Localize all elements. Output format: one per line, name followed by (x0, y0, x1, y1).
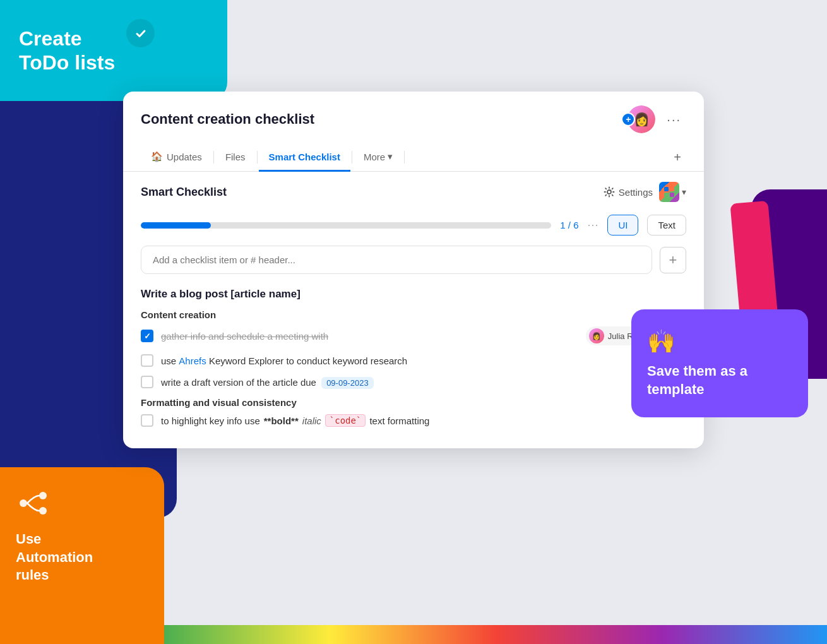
hands-emoji: 🙌 (647, 328, 675, 355)
tab-add-button[interactable]: + (669, 148, 686, 166)
checklist-content: Write a blog post [article name] Content… (123, 288, 704, 427)
avatar-wrapper: + 👩 (628, 105, 655, 133)
tag-avatar-julia: 👩 (589, 328, 604, 343)
purple-tooltip-card: 🙌 Save them as a template (631, 309, 808, 417)
add-checklist-button[interactable]: + (660, 247, 686, 273)
cyan-card: CreateToDo lists (0, 0, 227, 101)
date-badge[interactable]: 09-09-2023 (321, 377, 374, 389)
svg-point-3 (607, 190, 611, 194)
svg-point-0 (20, 499, 27, 507)
tab-divider-2 (257, 151, 258, 164)
colorful-board-icon (659, 182, 679, 202)
add-item-row: + (123, 246, 704, 285)
automation-label: UseAutomationrules (16, 530, 93, 585)
sub-header-right: Settings ▾ (604, 182, 686, 202)
tab-smart-checklist[interactable]: Smart Checklist (259, 144, 350, 172)
add-member-badge[interactable]: + (621, 112, 635, 126)
text-view-button[interactable]: Text (647, 215, 686, 236)
ui-view-button[interactable]: UI (607, 215, 638, 236)
checkbox-3[interactable] (141, 376, 153, 388)
svg-point-2 (39, 507, 47, 515)
subsection-1-header: Content creation (141, 309, 686, 320)
orange-card: UseAutomationrules (0, 467, 164, 644)
italic-example: italic (302, 415, 321, 426)
checklist-item-3: write a draft version of the article due… (141, 376, 686, 388)
tab-divider-3 (352, 151, 352, 164)
automation-icon (16, 486, 51, 521)
add-checklist-input[interactable] (141, 246, 652, 274)
progress-bar (141, 222, 551, 229)
item-1-text: gather info and schedule a meeting with (161, 331, 578, 342)
progress-more-button[interactable]: ··· (587, 218, 598, 232)
item-3-text: write a draft version of the article due… (161, 377, 686, 388)
svg-rect-7 (670, 193, 674, 197)
cyan-card-title: CreateToDo lists (19, 27, 115, 75)
checklist-item-1: gather info and schedule a meeting with … (141, 326, 686, 345)
progress-text: 1 / 6 (560, 220, 578, 230)
settings-button[interactable]: Settings (604, 186, 653, 198)
svg-rect-6 (664, 193, 669, 197)
chevron-down-icon: ▾ (388, 151, 393, 162)
header-right: + 👩 ··· (628, 105, 686, 133)
subsection-2-header: Formatting and visual consistency (141, 397, 686, 408)
tab-divider-1 (213, 151, 214, 164)
item-2-text: use Ahrefs Keyword Explorer to conduct k… (161, 355, 686, 366)
home-icon: 🏠 (151, 151, 163, 162)
svg-rect-4 (664, 187, 669, 191)
formatting-prefix: to highlight key info use (161, 415, 260, 426)
card-header: Content creation checklist + 👩 ··· (123, 92, 704, 143)
svg-point-1 (39, 492, 47, 499)
bold-example: **bold** (264, 415, 299, 426)
checkbox-1[interactable] (141, 330, 153, 342)
formatting-item-text: to highlight key info use **bold** itali… (161, 414, 686, 427)
progress-area: 1 / 6 ··· UI Text (123, 208, 704, 246)
sub-header: Smart Checklist Settings ▾ (123, 172, 704, 208)
checklist-item-2: use Ahrefs Keyword Explorer to conduct k… (141, 354, 686, 367)
checklist-item-formatting: to highlight key info use **bold** itali… (141, 414, 686, 427)
purple-card-text: Save them as a template (647, 362, 792, 398)
code-example: `code` (325, 414, 366, 427)
checkbox-formatting[interactable] (141, 414, 153, 427)
tab-more[interactable]: More ▾ (354, 143, 403, 172)
progress-bar-fill (141, 222, 211, 229)
bottom-bar (164, 625, 827, 644)
svg-rect-5 (670, 187, 674, 191)
card-title: Content creation checklist (141, 111, 314, 128)
view-toggle: ▾ (659, 182, 686, 202)
ahrefs-link[interactable]: Ahrefs (179, 355, 206, 366)
sub-title: Smart Checklist (141, 186, 227, 199)
main-card: Content creation checklist + 👩 ··· 🏠 Upd… (123, 92, 704, 448)
tab-divider-4 (404, 151, 405, 164)
tab-updates[interactable]: 🏠 Updates (141, 143, 212, 172)
section-title: Write a blog post [article name] (141, 288, 686, 301)
tabs-bar: 🏠 Updates Files Smart Checklist More ▾ + (123, 143, 704, 172)
check-circle-icon (126, 19, 155, 47)
checkbox-2[interactable] (141, 354, 153, 367)
gear-icon (604, 186, 615, 198)
tab-files[interactable]: Files (215, 144, 256, 172)
formatting-suffix: text formatting (369, 415, 429, 426)
view-dropdown-arrow[interactable]: ▾ (682, 187, 686, 197)
more-options-button[interactable]: ··· (662, 110, 686, 129)
